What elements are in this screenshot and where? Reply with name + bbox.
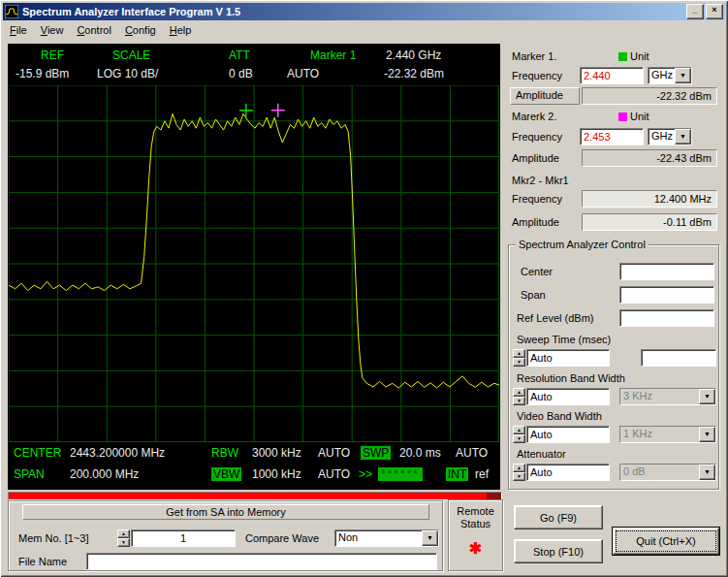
ref-level-input[interactable]: [619, 309, 714, 327]
sa-control-group-title: Spectrum Analyzer Control: [516, 239, 649, 250]
remote-status-line1: Remote: [449, 505, 502, 517]
spinner-up-icon[interactable]: ▲: [513, 464, 525, 472]
marker2-label: Marerk 2.: [512, 111, 556, 122]
sweep-time-auto-input[interactable]: [526, 349, 610, 367]
app-icon: [5, 5, 18, 18]
sweep-time-manual-input[interactable]: [641, 349, 716, 367]
marker1-label: Marker 1.: [512, 50, 556, 62]
attenuator-label: Attenuator: [517, 448, 566, 460]
title-bar: Spectrum Analyzer Interface Program V 1.…: [3, 3, 725, 20]
memory-group: Get from SA into Memory Mem No. [1~3] ▲ …: [8, 500, 443, 571]
window-title: Spectrum Analyzer Interface Program V 1.…: [22, 6, 684, 17]
rbw-value: 3000 kHz: [252, 446, 301, 460]
spinner-down-icon[interactable]: ▼: [513, 434, 525, 443]
vbw-value: 1000 kHz: [252, 467, 301, 481]
marker2-color-swatch: [618, 112, 627, 121]
sa-control-group: Spectrum Analyzer Control Center Span Re…: [508, 244, 719, 490]
compare-wave-combo[interactable]: Non ▼: [334, 529, 439, 547]
spinner-up-icon[interactable]: ▲: [513, 388, 525, 397]
close-button[interactable]: ×: [706, 4, 723, 19]
spinner-up-icon[interactable]: ▲: [513, 349, 525, 358]
spinner-down-icon[interactable]: ▼: [117, 538, 130, 547]
vbw-auto: AUTO: [318, 467, 350, 481]
vbw-spinner: ▲ ▼: [513, 426, 525, 443]
delta-amplitude-value: -0.11 dBm: [582, 213, 717, 231]
remote-status-indicator: ✱: [449, 539, 502, 558]
rbw-label: RBW: [211, 446, 238, 460]
center-value: 2443.200000 MHz: [70, 446, 165, 460]
ref-label: REF: [41, 48, 64, 62]
vbw-label: VBW: [211, 467, 241, 481]
spinner-down-icon[interactable]: ▼: [513, 472, 525, 481]
spinner-up-icon[interactable]: ▲: [513, 426, 525, 434]
spinner-down-icon[interactable]: ▼: [513, 358, 525, 367]
marker1-display-amp: -22.32 dBm: [384, 67, 444, 80]
rbw-auto: AUTO: [318, 446, 350, 460]
center-label: CENTER: [14, 446, 61, 460]
marker2-frequency-input[interactable]: [580, 128, 644, 145]
mem-no-input[interactable]: [131, 529, 236, 547]
spectrum-display: REF SCALE ATT Marker 1 2.440 GHz -15.9 d…: [8, 44, 500, 490]
delta-frequency-value: 12.400 MHz: [582, 190, 717, 208]
swp-auto: AUTO: [456, 446, 488, 460]
center-freq-input[interactable]: [619, 263, 714, 280]
remote-status-group: Remote Status ✱: [448, 499, 503, 571]
chevron-down-icon: ▼: [699, 389, 715, 404]
span-freq-input[interactable]: [619, 286, 714, 304]
span-label: SPAN: [14, 467, 45, 481]
app-window: Spectrum Analyzer Interface Program V 1.…: [0, 0, 728, 577]
chevron-down-icon[interactable]: ▼: [675, 129, 691, 144]
file-name-input[interactable]: [86, 553, 437, 570]
memory-group-header: Get from SA into Memory: [22, 504, 429, 520]
spinner-up-icon[interactable]: ▲: [117, 529, 130, 538]
menu-view[interactable]: View: [34, 21, 71, 40]
marker2-amplitude-label: Amplitude: [512, 152, 559, 164]
stop-button[interactable]: Stop (F10): [514, 539, 603, 563]
scale-value: LOG 10 dB/: [97, 67, 158, 80]
menu-control[interactable]: Control: [70, 21, 117, 40]
quit-button[interactable]: Quit (Ctrl+X): [613, 528, 719, 555]
marker1-unit-combo[interactable]: GHz ▼: [648, 67, 692, 84]
center-freq-label: Center: [521, 266, 553, 277]
marker1-color-swatch: [618, 52, 627, 61]
marker1-display-label: Marker 1: [310, 48, 356, 62]
ref-level-label: Ref Level (dBm): [517, 312, 593, 324]
spectrum-trace-plot: [9, 85, 499, 442]
vbw-auto-input[interactable]: [526, 426, 610, 443]
chevron-down-icon: ▼: [699, 427, 715, 442]
marker2-unit-combo[interactable]: GHz ▼: [648, 128, 692, 145]
marker1-amplitude-value: -22.32 dBm: [582, 87, 717, 105]
att-label: ATT: [229, 48, 250, 62]
spinner-down-icon[interactable]: ▼: [513, 397, 525, 405]
chevron-down-icon[interactable]: ▼: [422, 530, 438, 546]
menu-help[interactable]: Help: [163, 21, 199, 40]
remote-status-line2: Status: [449, 518, 502, 529]
int-ref-label: ref: [475, 467, 489, 481]
minimize-button[interactable]: _: [686, 4, 704, 19]
chevron-down-icon[interactable]: ▼: [675, 68, 691, 83]
marker2-amplitude-value: -22.43 dBm: [582, 149, 717, 167]
go-button[interactable]: Go (F9): [514, 505, 603, 529]
sweep-progress-indicator: ******: [378, 467, 423, 481]
menu-config[interactable]: Config: [118, 21, 163, 40]
att-value: 0 dB: [229, 67, 253, 80]
int-label: INT: [446, 467, 468, 481]
rbw-spinner: ▲ ▼: [513, 388, 525, 405]
marker1-unit-label: Unit: [630, 50, 649, 62]
sweep-time-spinner: ▲ ▼: [513, 349, 525, 367]
attenuator-combo: 0 dB ▼: [619, 464, 716, 481]
swp-label: SWP: [361, 446, 391, 460]
mem-no-label: Mem No. [1~3]: [18, 532, 88, 544]
arrows-indicator: >>: [359, 467, 372, 481]
mem-no-spinner: ▲ ▼: [117, 529, 130, 547]
vbw-control-label: Video Band Width: [517, 410, 602, 422]
menu-file[interactable]: File: [3, 21, 34, 40]
attenuator-auto-input[interactable]: [526, 464, 610, 481]
menu-bar: File View Control Config Help: [3, 21, 725, 40]
marker1-amplitude-button[interactable]: Amplitude: [510, 87, 580, 105]
att-auto: AUTO: [287, 67, 319, 80]
rbw-auto-input[interactable]: [526, 388, 610, 405]
rbw-control-label: Resolution Band Width: [517, 372, 625, 384]
span-freq-label: Span: [521, 289, 546, 301]
marker1-frequency-input[interactable]: [580, 67, 644, 84]
